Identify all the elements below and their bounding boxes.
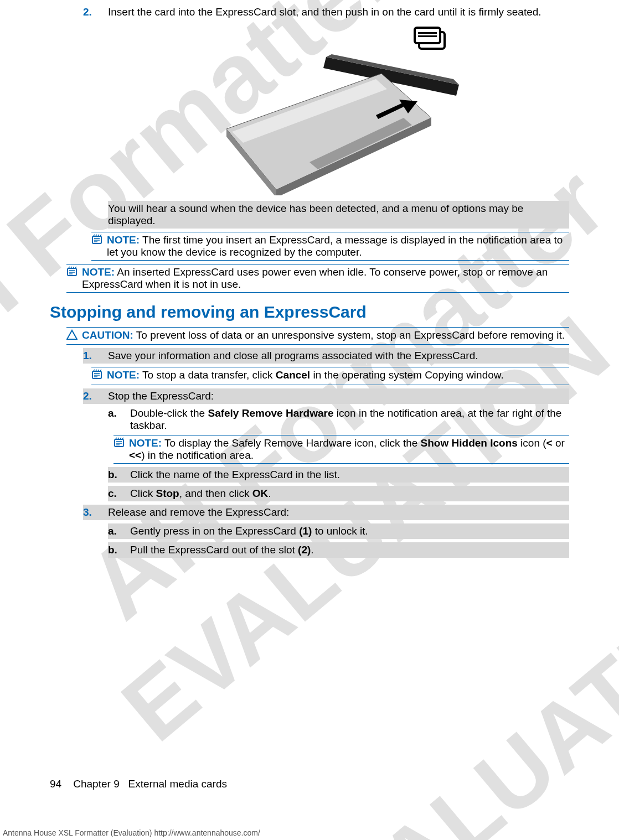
watermark-text: EVALUATION [272,533,619,840]
substep-text: Double-click the Safely Remove Hardware … [130,407,569,432]
step-text: Stop the ExpressCard: [108,390,569,402]
substep-letter: b. [108,469,130,481]
step-text: Insert the card into the ExpressCard slo… [108,6,569,18]
chapter-title: External media cards [128,778,227,790]
list-item: c. Click Stop, and then click OK. [108,486,569,501]
note-label: NOTE: [107,369,140,381]
chapter-label: Chapter 9 [73,778,119,790]
caution-admonition: CAUTION: To prevent loss of data or an u… [66,327,569,345]
page-content: 2. Insert the card into the ExpressCard … [0,0,619,558]
list-item: 2. Insert the card into the ExpressCard … [83,6,569,18]
step-text: Save your information and close all prog… [108,350,569,362]
page-number: 94 [50,778,61,790]
caution-body: To prevent loss of data or an unresponsi… [136,329,565,341]
substep-letter: a. [108,525,130,537]
svg-rect-2 [418,32,437,34]
step-text: Release and remove the ExpressCard: [108,506,569,518]
note-body: To display the Safely Remove Hardware ic… [129,437,565,461]
svg-marker-21 [67,330,77,339]
note-admonition: NOTE: An inserted ExpressCard uses power… [66,264,569,293]
note-body: The first time you insert an ExpressCard… [107,234,563,258]
step-number: 2. [83,390,108,402]
list-item: a. Double-click the Safely Remove Hardwa… [108,407,569,432]
note-text: You will hear a sound when the device ha… [108,201,569,229]
substep-letter: b. [108,544,130,556]
page-footer: 94 Chapter 9 External media cards [50,778,227,790]
caution-label: CAUTION: [82,329,133,341]
substep-letter: a. [108,407,130,432]
step-number: 1. [83,350,108,362]
formatter-credit: Antenna House XSL Formatter (Evaluation)… [3,828,260,837]
list-item: b. Pull the ExpressCard out of the slot … [108,542,569,558]
list-item: 1. Save your information and close all p… [83,348,569,364]
list-item: b. Click the name of the ExpressCard in … [108,467,569,483]
caution-icon [66,329,82,343]
note-admonition: NOTE: The first time you insert an Expre… [91,232,569,261]
svg-rect-3 [418,35,437,37]
note-label: NOTE: [107,234,140,246]
list-item: 2. Stop the ExpressCard: [83,388,569,404]
section-heading: Stopping and removing an ExpressCard [50,303,569,322]
note-body: To stop a data transfer, click Cancel in… [142,369,504,381]
note-label: NOTE: [129,437,162,449]
step-number: 3. [83,506,108,518]
expresscard-illustration [105,24,569,195]
list-item: a. Gently press in on the ExpressCard (1… [108,523,569,539]
note-admonition: NOTE: To display the Safely Remove Hardw… [114,435,569,464]
note-icon [91,234,107,258]
substep-text: Gently press in on the ExpressCard (1) t… [130,525,569,537]
note-admonition: NOTE: To stop a data transfer, click Can… [91,367,569,385]
step-number: 2. [83,6,108,18]
note-body: An inserted ExpressCard uses power even … [82,266,548,290]
note-label: NOTE: [82,266,115,278]
substep-text: Pull the ExpressCard out of the slot (2)… [130,544,569,556]
note-icon [114,437,129,462]
note-icon [66,266,82,291]
list-item: 3. Release and remove the ExpressCard: [83,505,569,520]
substep-text: Click Stop, and then click OK. [130,488,569,500]
substep-text: Click the name of the ExpressCard in the… [130,469,569,481]
substep-letter: c. [108,488,130,500]
note-icon [91,369,107,383]
